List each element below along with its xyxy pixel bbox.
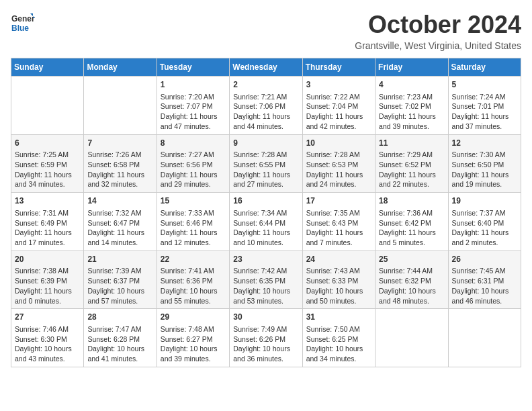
calendar-cell: 2Sunrise: 7:21 AM Sunset: 7:06 PM Daylig… <box>230 77 302 135</box>
day-number: 15 <box>161 195 226 207</box>
calendar-cell: 4Sunrise: 7:23 AM Sunset: 7:02 PM Daylig… <box>375 77 448 135</box>
day-number: 9 <box>233 138 298 149</box>
calendar-cell: 9Sunrise: 7:28 AM Sunset: 6:55 PM Daylig… <box>230 134 302 193</box>
day-number: 14 <box>87 195 152 207</box>
calendar-cell <box>448 309 521 367</box>
day-info: Sunrise: 7:50 AM Sunset: 6:25 PM Dayligh… <box>306 324 371 364</box>
day-number: 1 <box>161 79 226 91</box>
calendar-cell: 21Sunrise: 7:39 AM Sunset: 6:37 PM Dayli… <box>84 250 157 309</box>
day-number: 4 <box>379 79 444 91</box>
day-number: 16 <box>233 195 298 207</box>
day-info: Sunrise: 7:47 AM Sunset: 6:28 PM Dayligh… <box>87 324 152 364</box>
calendar-cell: 3Sunrise: 7:22 AM Sunset: 7:04 PM Daylig… <box>302 77 375 135</box>
day-info: Sunrise: 7:21 AM Sunset: 7:06 PM Dayligh… <box>233 92 298 132</box>
day-of-week-header: Friday <box>375 58 448 77</box>
calendar-cell: 7Sunrise: 7:26 AM Sunset: 6:58 PM Daylig… <box>84 134 157 193</box>
day-info: Sunrise: 7:28 AM Sunset: 6:55 PM Dayligh… <box>233 150 298 189</box>
day-of-week-header: Sunday <box>11 58 84 77</box>
calendar-cell: 16Sunrise: 7:34 AM Sunset: 6:44 PM Dayli… <box>230 193 302 251</box>
day-info: Sunrise: 7:26 AM Sunset: 6:58 PM Dayligh… <box>87 150 152 189</box>
day-number: 11 <box>379 138 444 149</box>
day-number: 10 <box>306 138 371 149</box>
calendar-cell: 12Sunrise: 7:30 AM Sunset: 6:50 PM Dayli… <box>448 134 521 193</box>
month-title: October 2024 <box>355 11 521 39</box>
calendar-cell: 6Sunrise: 7:25 AM Sunset: 6:59 PM Daylig… <box>11 134 84 193</box>
page-header: General Blue October 2024 Grantsville, W… <box>11 11 521 51</box>
day-number: 23 <box>233 254 298 265</box>
calendar-cell: 1Sunrise: 7:20 AM Sunset: 7:07 PM Daylig… <box>157 77 229 135</box>
day-info: Sunrise: 7:42 AM Sunset: 6:35 PM Dayligh… <box>233 266 298 306</box>
day-info: Sunrise: 7:34 AM Sunset: 6:44 PM Dayligh… <box>233 208 298 248</box>
day-info: Sunrise: 7:39 AM Sunset: 6:37 PM Dayligh… <box>87 266 152 306</box>
day-number: 2 <box>233 79 298 91</box>
calendar-cell: 29Sunrise: 7:48 AM Sunset: 6:27 PM Dayli… <box>157 309 229 367</box>
day-number: 8 <box>161 138 226 149</box>
calendar-cell: 20Sunrise: 7:38 AM Sunset: 6:39 PM Dayli… <box>11 250 84 309</box>
calendar-cell: 11Sunrise: 7:29 AM Sunset: 6:52 PM Dayli… <box>375 134 448 193</box>
day-info: Sunrise: 7:30 AM Sunset: 6:50 PM Dayligh… <box>452 150 517 189</box>
location: Grantsville, West Virginia, United State… <box>355 40 521 51</box>
calendar-cell: 24Sunrise: 7:43 AM Sunset: 6:33 PM Dayli… <box>302 250 375 309</box>
day-info: Sunrise: 7:45 AM Sunset: 6:31 PM Dayligh… <box>452 266 517 306</box>
day-number: 25 <box>379 254 444 265</box>
day-info: Sunrise: 7:32 AM Sunset: 6:47 PM Dayligh… <box>87 208 152 248</box>
calendar-cell: 14Sunrise: 7:32 AM Sunset: 6:47 PM Dayli… <box>84 193 157 251</box>
day-info: Sunrise: 7:37 AM Sunset: 6:40 PM Dayligh… <box>452 208 517 248</box>
calendar-cell: 10Sunrise: 7:28 AM Sunset: 6:53 PM Dayli… <box>302 134 375 193</box>
day-number: 31 <box>306 312 371 323</box>
calendar-cell: 18Sunrise: 7:36 AM Sunset: 6:42 PM Dayli… <box>375 193 448 251</box>
calendar-cell <box>11 77 84 135</box>
logo-icon: General Blue <box>11 11 35 35</box>
calendar-cell: 8Sunrise: 7:27 AM Sunset: 6:56 PM Daylig… <box>157 134 229 193</box>
svg-text:General: General <box>11 14 35 24</box>
calendar-cell: 17Sunrise: 7:35 AM Sunset: 6:43 PM Dayli… <box>302 193 375 251</box>
calendar-table: SundayMondayTuesdayWednesdayThursdayFrid… <box>11 58 521 367</box>
logo: General Blue <box>11 11 35 35</box>
day-of-week-header: Monday <box>84 58 157 77</box>
day-of-week-header: Tuesday <box>157 58 229 77</box>
calendar-cell: 15Sunrise: 7:33 AM Sunset: 6:46 PM Dayli… <box>157 193 229 251</box>
day-info: Sunrise: 7:23 AM Sunset: 7:02 PM Dayligh… <box>379 92 444 132</box>
calendar-cell: 31Sunrise: 7:50 AM Sunset: 6:25 PM Dayli… <box>302 309 375 367</box>
day-number: 7 <box>87 138 152 149</box>
day-of-week-header: Saturday <box>448 58 521 77</box>
calendar-cell: 26Sunrise: 7:45 AM Sunset: 6:31 PM Dayli… <box>448 250 521 309</box>
day-info: Sunrise: 7:29 AM Sunset: 6:52 PM Dayligh… <box>379 150 444 189</box>
day-info: Sunrise: 7:43 AM Sunset: 6:33 PM Dayligh… <box>306 266 371 306</box>
day-number: 30 <box>233 312 298 323</box>
day-number: 17 <box>306 195 371 207</box>
day-of-week-header: Thursday <box>302 58 375 77</box>
calendar-cell: 27Sunrise: 7:46 AM Sunset: 6:30 PM Dayli… <box>11 309 84 367</box>
day-number: 21 <box>87 254 152 265</box>
day-info: Sunrise: 7:46 AM Sunset: 6:30 PM Dayligh… <box>15 324 80 364</box>
calendar-cell <box>375 309 448 367</box>
calendar-cell <box>84 77 157 135</box>
calendar-cell: 30Sunrise: 7:49 AM Sunset: 6:26 PM Dayli… <box>230 309 302 367</box>
day-number: 3 <box>306 79 371 91</box>
calendar-cell: 25Sunrise: 7:44 AM Sunset: 6:32 PM Dayli… <box>375 250 448 309</box>
svg-text:Blue: Blue <box>11 24 29 33</box>
calendar-cell: 13Sunrise: 7:31 AM Sunset: 6:49 PM Dayli… <box>11 193 84 251</box>
day-info: Sunrise: 7:41 AM Sunset: 6:36 PM Dayligh… <box>161 266 226 306</box>
day-info: Sunrise: 7:24 AM Sunset: 7:01 PM Dayligh… <box>452 92 517 132</box>
calendar-cell: 19Sunrise: 7:37 AM Sunset: 6:40 PM Dayli… <box>448 193 521 251</box>
day-info: Sunrise: 7:20 AM Sunset: 7:07 PM Dayligh… <box>161 92 226 132</box>
day-number: 5 <box>452 79 517 91</box>
day-info: Sunrise: 7:44 AM Sunset: 6:32 PM Dayligh… <box>379 266 444 306</box>
day-number: 6 <box>15 138 80 149</box>
day-info: Sunrise: 7:33 AM Sunset: 6:46 PM Dayligh… <box>161 208 226 248</box>
calendar-cell: 22Sunrise: 7:41 AM Sunset: 6:36 PM Dayli… <box>157 250 229 309</box>
day-number: 28 <box>87 312 152 323</box>
day-info: Sunrise: 7:36 AM Sunset: 6:42 PM Dayligh… <box>379 208 444 248</box>
day-info: Sunrise: 7:22 AM Sunset: 7:04 PM Dayligh… <box>306 92 371 132</box>
day-info: Sunrise: 7:31 AM Sunset: 6:49 PM Dayligh… <box>15 208 80 248</box>
day-info: Sunrise: 7:27 AM Sunset: 6:56 PM Dayligh… <box>161 150 226 189</box>
day-of-week-header: Wednesday <box>230 58 302 77</box>
day-number: 13 <box>15 195 80 207</box>
day-number: 19 <box>452 195 517 207</box>
day-info: Sunrise: 7:48 AM Sunset: 6:27 PM Dayligh… <box>161 324 226 364</box>
calendar-cell: 28Sunrise: 7:47 AM Sunset: 6:28 PM Dayli… <box>84 309 157 367</box>
calendar-cell: 23Sunrise: 7:42 AM Sunset: 6:35 PM Dayli… <box>230 250 302 309</box>
day-info: Sunrise: 7:38 AM Sunset: 6:39 PM Dayligh… <box>15 266 80 306</box>
day-number: 12 <box>452 138 517 149</box>
